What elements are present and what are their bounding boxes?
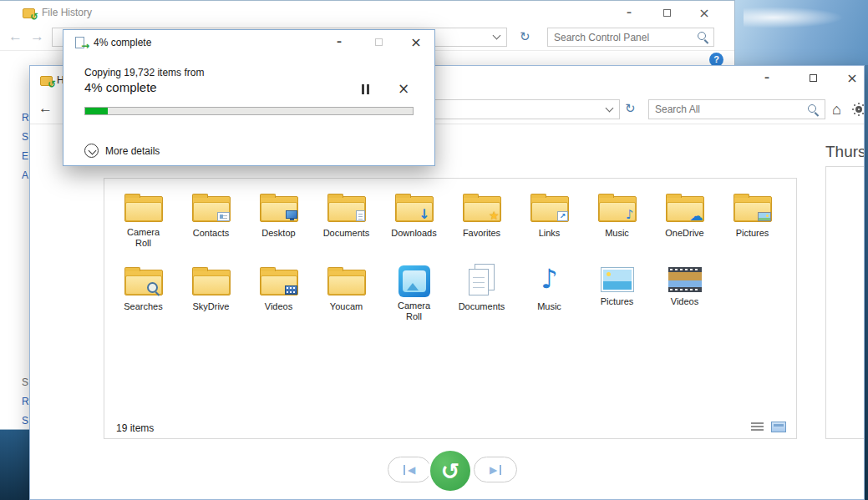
file-tile[interactable]: Camera Roll (380, 259, 448, 332)
file-tile[interactable]: Contacts (177, 185, 245, 259)
search-icon[interactable] (807, 104, 820, 116)
lib-music-icon (533, 260, 566, 297)
cancel-copy-icon[interactable] (398, 80, 409, 97)
viewer-search-box (648, 99, 825, 119)
file-tile-label: Favorites (463, 228, 500, 239)
folder-contacts-icon (192, 194, 231, 222)
copy-percent-text: 4% complete (84, 80, 157, 94)
maximize-icon (810, 74, 817, 82)
file-tile-label: Videos (671, 296, 698, 307)
file-history-app-icon (23, 6, 36, 19)
file-tile-label: Desktop (261, 228, 295, 239)
file-tile-label: Downloads (391, 228, 436, 239)
file-tile-label: Music (605, 228, 629, 239)
lib-cameraroll-icon (398, 265, 430, 297)
file-tile-label: Camera Roll (389, 301, 439, 322)
back-icon[interactable] (8, 28, 23, 45)
maximize-icon (375, 38, 383, 46)
control-panel-window-title: File History (42, 7, 92, 18)
file-tile[interactable]: Videos (245, 259, 312, 332)
file-tile[interactable]: Links (515, 185, 583, 259)
pause-icon[interactable] (362, 84, 369, 94)
close-button[interactable] (692, 3, 717, 23)
file-tile[interactable]: Documents (448, 259, 515, 332)
file-tile[interactable]: Searches (109, 259, 177, 332)
file-tile[interactable]: Favorites (448, 185, 515, 259)
refresh-icon[interactable] (625, 101, 636, 116)
file-tile[interactable]: OneDrive (651, 185, 718, 259)
close-button[interactable] (840, 68, 865, 88)
home-icon[interactable] (832, 101, 841, 119)
maximize-button[interactable] (800, 68, 825, 88)
close-button[interactable] (404, 32, 429, 52)
details-view-icon[interactable] (751, 422, 764, 432)
previous-icon (404, 465, 415, 475)
back-icon[interactable] (38, 100, 53, 117)
file-tile-label: Links (539, 228, 561, 239)
file-grid: Camera RollContactsDesktopDocumentsDownl… (104, 179, 796, 339)
file-tile[interactable]: Downloads (380, 185, 448, 259)
desktop: File History R S E A S R S ? H (0, 0, 868, 500)
folder-music-icon (598, 194, 637, 222)
sidebar-link-fragment[interactable]: E (22, 150, 28, 162)
see-also-link-fragment[interactable]: S (22, 415, 28, 427)
file-tile-label: Documents (323, 228, 370, 239)
folder-pictures-icon (733, 194, 772, 222)
file-tile[interactable]: Camera Roll (109, 185, 177, 259)
previous-version-button[interactable] (388, 457, 431, 482)
file-tile[interactable]: Youcam (312, 259, 380, 332)
thumbnails-view-icon[interactable] (771, 422, 786, 432)
folder-desktop-icon (260, 194, 298, 222)
file-tile[interactable]: Pictures (583, 259, 651, 332)
file-tile[interactable]: Music (583, 185, 651, 259)
lib-pictures-icon (601, 267, 634, 292)
more-details-label: More details (105, 145, 160, 157)
next-version-button[interactable] (474, 457, 517, 482)
dialog-titlebar: 4% complete (63, 30, 434, 55)
file-tile[interactable]: SkyDrive (177, 259, 245, 332)
file-tile[interactable]: Music (515, 259, 583, 332)
see-also-link-fragment[interactable]: R (22, 396, 29, 407)
folder-onedrive-icon (666, 194, 704, 222)
file-tile-label: Videos (265, 301, 292, 312)
maximize-button[interactable] (366, 32, 391, 52)
folder-icon (124, 194, 163, 222)
gear-icon[interactable] (852, 103, 865, 116)
lib-videos-icon (668, 267, 702, 292)
forward-icon[interactable] (30, 28, 44, 45)
folder-icon (192, 267, 231, 295)
file-tile-label: Searches (124, 301, 162, 312)
restore-button[interactable] (430, 451, 470, 491)
more-details-toggle[interactable]: More details (84, 144, 160, 158)
search-icon[interactable] (697, 31, 709, 43)
folder-documents-icon (327, 194, 366, 222)
folder-videos-icon (260, 267, 298, 295)
folder-searches-icon (124, 267, 163, 295)
file-history-app-icon (40, 73, 53, 87)
refresh-icon[interactable] (520, 29, 530, 44)
snapshot-panel: Camera RollContactsDesktopDocumentsDownl… (104, 178, 797, 439)
maximize-button[interactable] (654, 3, 679, 23)
search-input[interactable] (548, 32, 697, 43)
minimize-button[interactable] (617, 3, 642, 23)
chevron-down-circle-icon (84, 144, 99, 158)
progress-bar (84, 107, 414, 115)
minimize-button[interactable] (327, 32, 352, 52)
desktop-wallpaper-ocean (0, 430, 29, 500)
file-tile[interactable]: Pictures (718, 185, 786, 259)
file-tile-label: Contacts (193, 228, 229, 239)
file-tile[interactable]: Videos (651, 259, 718, 332)
file-tile[interactable]: Desktop (245, 185, 312, 259)
next-icon (490, 465, 501, 475)
restore-icon (441, 458, 460, 484)
lib-documents-icon (468, 264, 496, 297)
search-input[interactable] (649, 104, 807, 115)
sidebar-link-fragment[interactable]: R (22, 112, 29, 124)
dialog-title: 4% complete (94, 37, 151, 48)
control-panel-search-box (547, 28, 714, 47)
sidebar-link-fragment[interactable]: A (22, 169, 28, 181)
minimize-button[interactable] (754, 68, 779, 88)
file-tile[interactable]: Documents (312, 185, 380, 259)
sidebar-link-fragment[interactable]: S (22, 131, 28, 143)
status-bar-item-count: 19 items (116, 422, 154, 434)
